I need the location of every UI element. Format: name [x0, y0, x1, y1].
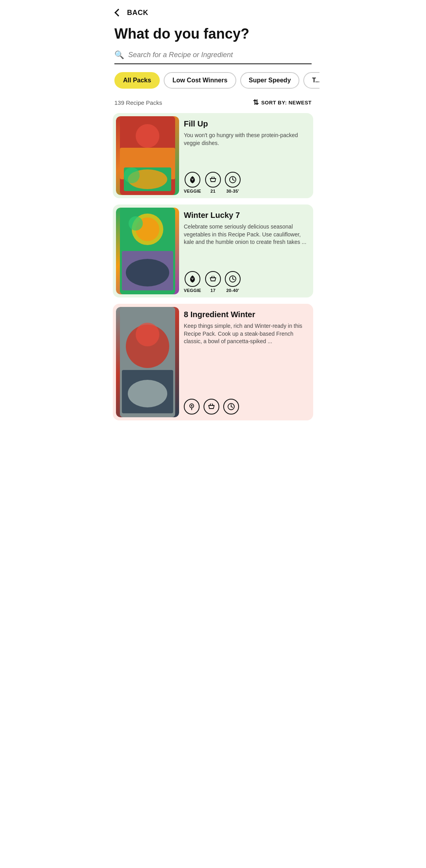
svg-text:V: V	[191, 178, 194, 181]
tag-pin-8ingredient	[184, 399, 200, 416]
basket-icon-winter	[205, 271, 221, 287]
svg-line-23	[233, 279, 234, 280]
food-visual-3	[120, 307, 175, 417]
tag-time-fill-up: 30-35'	[225, 172, 241, 193]
recipe-content-8-ingredient: 8 Ingredient Winter Keep things simple, …	[182, 304, 313, 420]
svg-text:V: V	[191, 277, 194, 281]
tag-count-winter: 17	[205, 271, 221, 293]
back-nav[interactable]: BACK	[106, 0, 320, 21]
recipe-title-winter-lucky-7: Winter Lucky 7	[184, 211, 308, 220]
svg-line-11	[233, 180, 234, 180]
recipe-card-fill-up[interactable]: Fill Up You won't go hungry with these p…	[113, 113, 313, 198]
veggie-icon-fill-up: V	[185, 172, 200, 188]
search-underline	[114, 63, 312, 64]
tag-time-winter: 20-40'	[225, 271, 241, 293]
svg-point-27	[128, 380, 167, 407]
tag-veggie-winter: V VEGGIE	[184, 271, 201, 293]
recipe-content-winter-lucky-7: Winter Lucky 7 Celebrate some seriously …	[182, 204, 313, 297]
svg-point-5	[124, 167, 140, 183]
search-row: 🔍	[114, 50, 312, 59]
food-visual-2	[120, 208, 175, 294]
recipe-image-placeholder-3	[116, 307, 179, 417]
search-container: 🔍	[106, 50, 320, 72]
tab-low-cost-winners[interactable]: Low Cost Winners	[164, 72, 236, 89]
clock-icon-winter	[225, 271, 241, 287]
recipe-tags-8-ingredient	[184, 399, 308, 416]
tag-label-time-fill-up: 30-35'	[226, 189, 239, 193]
back-arrow-icon	[114, 8, 124, 17]
recipe-list: Fill Up You won't go hungry with these p…	[106, 113, 320, 436]
recipe-image-fill-up	[116, 116, 179, 195]
results-bar: 139 Recipe Packs ⇅ SORT BY: NEWEST	[106, 95, 320, 113]
tag-label-veggie-fill-up: VEGGIE	[184, 189, 201, 193]
results-count: 139 Recipe Packs	[114, 99, 162, 106]
svg-point-3	[136, 124, 159, 148]
tab-super-speedy[interactable]: Super Speedy	[240, 72, 300, 89]
tag-count-fill-up: 21	[205, 172, 221, 193]
svg-point-17	[129, 216, 143, 230]
svg-point-30	[191, 405, 192, 407]
recipe-desc-winter-lucky-7: Celebrate some seriously delicious seaso…	[184, 223, 308, 246]
recipe-image-placeholder-1	[116, 116, 179, 195]
tag-count-8ingredient	[204, 399, 219, 416]
food-visual-1	[120, 116, 175, 195]
tag-veggie-fill-up: V VEGGIE	[184, 172, 201, 193]
tag-label-count-fill-up: 21	[211, 189, 216, 193]
tag-label-veggie-winter: VEGGIE	[184, 288, 201, 293]
tab-4[interactable]: T...	[303, 72, 320, 89]
recipe-card-winter-lucky-7[interactable]: Winter Lucky 7 Celebrate some seriously …	[113, 204, 313, 297]
recipe-image-placeholder-2	[116, 208, 179, 294]
svg-point-28	[136, 323, 159, 346]
svg-line-35	[231, 407, 233, 407]
recipe-desc-8-ingredient: Keep things simple, rich and Winter-read…	[184, 322, 308, 346]
tab-all-packs[interactable]: All Packs	[114, 72, 160, 89]
page-title: What do you fancy?	[106, 21, 320, 50]
recipe-content-fill-up: Fill Up You won't go hungry with these p…	[182, 113, 313, 198]
recipe-card-8-ingredient-winter[interactable]: 8 Ingredient Winter Keep things simple, …	[113, 304, 313, 420]
recipe-title-fill-up: Fill Up	[184, 119, 308, 128]
filter-tabs: All Packs Low Cost Winners Super Speedy …	[106, 72, 320, 95]
sort-label: SORT BY: NEWEST	[261, 100, 312, 106]
pin-icon-8ingredient	[184, 399, 200, 414]
tag-label-count-winter: 17	[211, 288, 216, 293]
recipe-image-8-ingredient	[116, 307, 179, 417]
search-icon: 🔍	[114, 50, 124, 59]
back-label: BACK	[127, 9, 148, 17]
search-input[interactable]	[128, 51, 312, 59]
sort-button[interactable]: ⇅ SORT BY: NEWEST	[253, 98, 312, 107]
recipe-tags-winter-lucky-7: V VEGGIE 17	[184, 271, 308, 293]
recipe-tags-fill-up: V VEGGIE 21	[184, 172, 308, 193]
clock-icon-8ingredient	[223, 399, 239, 414]
clock-icon-fill-up	[225, 172, 241, 188]
basket-icon-fill-up	[205, 172, 221, 188]
basket-icon-8ingredient	[204, 399, 219, 414]
tag-label-time-winter: 20-40'	[226, 288, 239, 293]
recipe-image-winter-lucky-7	[116, 208, 179, 294]
recipe-desc-fill-up: You won't go hungry with these protein-p…	[184, 132, 308, 147]
recipe-title-8-ingredient: 8 Ingredient Winter	[184, 310, 308, 319]
svg-point-16	[126, 259, 169, 286]
sort-icon: ⇅	[253, 98, 259, 107]
tag-time-8ingredient	[223, 399, 239, 416]
veggie-icon-winter: V	[185, 271, 200, 287]
